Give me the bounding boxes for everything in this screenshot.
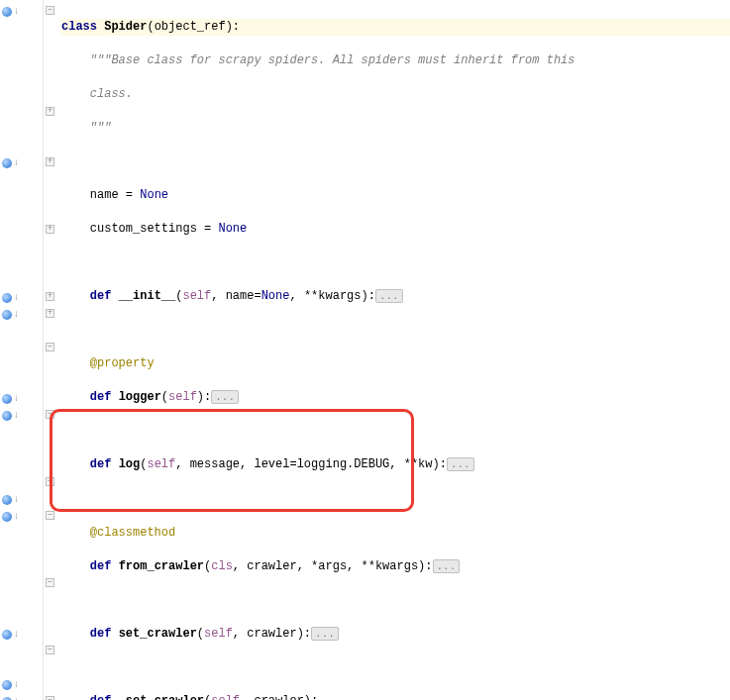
breakpoint-marker[interactable]: ↓ [2, 491, 19, 508]
override-down-icon: ↓ [14, 408, 19, 422]
folded-region[interactable]: ... [211, 390, 239, 404]
override-down-icon: ↓ [14, 155, 19, 169]
code-line: def __init__(self, name=None, **kwargs):… [61, 288, 730, 305]
code-line: def from_crawler(cls, crawler, *args, **… [61, 558, 730, 575]
folded-region[interactable]: ... [311, 627, 339, 641]
breakpoint-marker[interactable]: ↓ [2, 390, 19, 407]
code-line: def log(self, message, level=logging.DEB… [61, 456, 730, 473]
override-down-icon: ↓ [14, 677, 19, 691]
override-down-icon: ↓ [14, 627, 19, 641]
breakpoint-marker[interactable]: ↓ [2, 154, 19, 171]
breakpoint-icon [2, 411, 12, 421]
code-line: class Spider(object_ref): [61, 19, 730, 36]
breakpoint-icon [2, 158, 12, 168]
breakpoint-marker[interactable]: ↓ [2, 693, 19, 700]
code-line [61, 490, 730, 507]
fold-toggle[interactable]: – [46, 646, 54, 654]
folded-region[interactable]: ... [433, 559, 461, 573]
breakpoint-icon [2, 512, 12, 522]
code-line: def logger(self):... [61, 389, 730, 406]
breakpoint-marker[interactable]: ↓ [2, 676, 19, 693]
breakpoint-marker[interactable]: ↓ [2, 508, 19, 525]
fold-toggle[interactable]: – [46, 410, 54, 419]
fold-toggle[interactable]: – [46, 477, 54, 486]
code-line: class. [61, 86, 730, 103]
fold-toggle[interactable]: – [46, 578, 54, 587]
override-down-icon: ↓ [14, 509, 19, 523]
code-line: custom_settings = None [61, 221, 730, 238]
breakpoint-icon [2, 7, 12, 17]
code-line: def set_crawler(self, crawler):... [61, 626, 730, 643]
code-line: @classmethod [61, 525, 730, 542]
breakpoint-icon [2, 697, 12, 701]
code-area[interactable]: class Spider(object_ref): """Base class … [57, 0, 730, 700]
breakpoint-marker[interactable]: ↓ [2, 289, 19, 306]
code-line [61, 592, 730, 609]
fold-toggle[interactable]: – [46, 343, 54, 351]
override-down-icon: ↓ [14, 290, 19, 304]
code-line [61, 659, 730, 676]
fold-column: – + + + + + – – – – – – – [44, 0, 57, 700]
code-line: @property [61, 355, 730, 372]
breakpoint-icon [2, 394, 12, 404]
breakpoint-icon [2, 630, 12, 640]
override-down-icon: ↓ [14, 694, 19, 700]
code-line [61, 423, 730, 440]
fold-toggle[interactable]: + [46, 107, 54, 116]
code-editor: ↓ ↓ ↓ ↓ ↓ ↓ ↓ ↓ ↓ ↓ ↓ – + + + + + – – – … [0, 0, 730, 700]
fold-toggle[interactable]: – [46, 6, 54, 15]
folded-region[interactable]: ... [447, 457, 474, 471]
breakpoint-marker[interactable]: ↓ [2, 306, 19, 323]
override-down-icon: ↓ [14, 391, 19, 405]
fold-toggle[interactable]: – [46, 696, 54, 700]
override-down-icon: ↓ [14, 307, 19, 321]
fold-toggle[interactable]: + [46, 157, 54, 166]
fold-toggle[interactable]: + [46, 309, 54, 318]
code-line [61, 254, 730, 271]
breakpoint-icon [2, 310, 12, 320]
fold-toggle[interactable]: + [46, 292, 54, 301]
fold-toggle[interactable]: – [46, 511, 54, 520]
code-line: def _set_crawler(self, crawler): [61, 693, 730, 700]
code-line: name = None [61, 187, 730, 204]
breakpoint-marker[interactable]: ↓ [2, 3, 19, 20]
code-line: """Base class for scrapy spiders. All sp… [61, 52, 730, 69]
code-line [61, 322, 730, 339]
breakpoint-icon [2, 495, 12, 505]
folded-region[interactable]: ... [375, 289, 403, 303]
breakpoint-marker[interactable]: ↓ [2, 407, 19, 424]
gutter: ↓ ↓ ↓ ↓ ↓ ↓ ↓ ↓ ↓ ↓ ↓ [0, 0, 44, 700]
breakpoint-marker[interactable]: ↓ [2, 626, 19, 643]
override-down-icon: ↓ [14, 492, 19, 506]
breakpoint-icon [2, 293, 12, 303]
code-line [61, 153, 730, 170]
override-down-icon: ↓ [14, 4, 19, 18]
code-line: """ [61, 120, 730, 137]
fold-toggle[interactable]: + [46, 225, 54, 234]
breakpoint-icon [2, 680, 12, 690]
